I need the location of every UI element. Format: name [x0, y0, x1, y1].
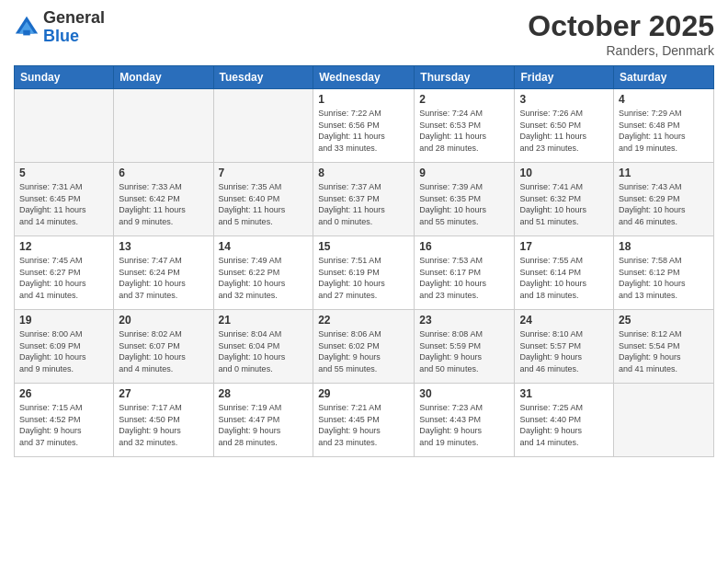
day-info: Sunrise: 7:29 AMSunset: 6:48 PMDaylight:…: [619, 108, 709, 154]
calendar-cell: 20Sunrise: 8:02 AMSunset: 6:07 PMDayligh…: [114, 310, 213, 384]
calendar-cell: 10Sunrise: 7:41 AMSunset: 6:32 PMDayligh…: [515, 163, 614, 236]
day-number: 10: [519, 167, 609, 179]
calendar-week-4: 19Sunrise: 8:00 AMSunset: 6:09 PMDayligh…: [15, 310, 714, 384]
calendar-cell: 15Sunrise: 7:51 AMSunset: 6:19 PMDayligh…: [313, 236, 415, 310]
calendar-cell: 9Sunrise: 7:39 AMSunset: 6:35 PMDaylight…: [415, 163, 515, 236]
logo-icon: [14, 15, 40, 40]
calendar-cell: 2Sunrise: 7:24 AMSunset: 6:53 PMDaylight…: [415, 89, 515, 163]
calendar-cell: 17Sunrise: 7:55 AMSunset: 6:14 PMDayligh…: [515, 236, 614, 310]
logo: General Blue: [14, 9, 105, 46]
day-number: 21: [219, 314, 309, 327]
col-thursday: Thursday: [415, 66, 515, 89]
calendar-cell: 29Sunrise: 7:21 AMSunset: 4:45 PMDayligh…: [313, 384, 415, 457]
title-block: October 2025 Randers, Denmark: [528, 9, 714, 58]
calendar-table: Sunday Monday Tuesday Wednesday Thursday…: [14, 65, 714, 457]
col-tuesday: Tuesday: [213, 66, 313, 89]
logo-text: General Blue: [43, 9, 105, 46]
day-number: 22: [318, 314, 409, 327]
col-friday: Friday: [515, 66, 614, 89]
day-number: 15: [318, 240, 409, 253]
calendar-cell: 25Sunrise: 8:12 AMSunset: 5:54 PMDayligh…: [614, 310, 714, 384]
day-info: Sunrise: 7:19 AMSunset: 4:47 PMDaylight:…: [219, 402, 309, 448]
calendar-cell: 18Sunrise: 7:58 AMSunset: 6:12 PMDayligh…: [614, 236, 714, 310]
day-info: Sunrise: 7:49 AMSunset: 6:22 PMDaylight:…: [219, 255, 309, 301]
day-number: 12: [19, 240, 108, 253]
day-info: Sunrise: 7:43 AMSunset: 6:29 PMDaylight:…: [619, 181, 709, 227]
day-info: Sunrise: 8:04 AMSunset: 6:04 PMDaylight:…: [219, 328, 309, 374]
day-info: Sunrise: 8:10 AMSunset: 5:57 PMDaylight:…: [519, 328, 609, 374]
day-number: 7: [219, 167, 309, 179]
day-number: 9: [419, 167, 509, 179]
day-number: 6: [119, 167, 208, 179]
day-number: 5: [19, 167, 108, 179]
day-number: 31: [519, 387, 609, 400]
calendar-cell: 4Sunrise: 7:29 AMSunset: 6:48 PMDaylight…: [614, 89, 714, 163]
col-sunday: Sunday: [15, 66, 114, 89]
calendar-cell: 26Sunrise: 7:15 AMSunset: 4:52 PMDayligh…: [15, 384, 114, 457]
calendar-cell: [15, 89, 114, 163]
day-info: Sunrise: 7:51 AMSunset: 6:19 PMDaylight:…: [318, 255, 409, 301]
day-info: Sunrise: 8:02 AMSunset: 6:07 PMDaylight:…: [119, 328, 208, 374]
logo-general: General: [43, 9, 105, 28]
logo-blue: Blue: [43, 28, 105, 46]
day-info: Sunrise: 8:12 AMSunset: 5:54 PMDaylight:…: [619, 328, 709, 374]
day-number: 30: [419, 387, 509, 400]
day-number: 18: [619, 240, 709, 253]
day-number: 17: [519, 240, 609, 253]
header-row: Sunday Monday Tuesday Wednesday Thursday…: [15, 66, 714, 89]
calendar-week-3: 12Sunrise: 7:45 AMSunset: 6:27 PMDayligh…: [15, 236, 714, 310]
day-info: Sunrise: 7:24 AMSunset: 6:53 PMDaylight:…: [419, 108, 509, 154]
day-info: Sunrise: 7:53 AMSunset: 6:17 PMDaylight:…: [419, 255, 509, 301]
calendar-cell: 3Sunrise: 7:26 AMSunset: 6:50 PMDaylight…: [515, 89, 614, 163]
calendar-cell: 31Sunrise: 7:25 AMSunset: 4:40 PMDayligh…: [515, 384, 614, 457]
calendar-cell: 27Sunrise: 7:17 AMSunset: 4:50 PMDayligh…: [114, 384, 213, 457]
calendar-cell: [614, 384, 714, 457]
day-info: Sunrise: 7:25 AMSunset: 4:40 PMDaylight:…: [519, 402, 609, 448]
calendar-cell: 1Sunrise: 7:22 AMSunset: 6:56 PMDaylight…: [313, 89, 415, 163]
calendar-cell: 13Sunrise: 7:47 AMSunset: 6:24 PMDayligh…: [114, 236, 213, 310]
day-number: 8: [318, 167, 409, 179]
day-info: Sunrise: 8:08 AMSunset: 5:59 PMDaylight:…: [419, 328, 509, 374]
header: General Blue October 2025 Randers, Denma…: [14, 9, 714, 58]
calendar-cell: [213, 89, 313, 163]
day-info: Sunrise: 7:26 AMSunset: 6:50 PMDaylight:…: [519, 108, 609, 154]
calendar-cell: 11Sunrise: 7:43 AMSunset: 6:29 PMDayligh…: [614, 163, 714, 236]
calendar-cell: 7Sunrise: 7:35 AMSunset: 6:40 PMDaylight…: [213, 163, 313, 236]
day-number: 25: [619, 314, 709, 327]
day-number: 16: [419, 240, 509, 253]
day-number: 24: [519, 314, 609, 327]
calendar-cell: [114, 89, 213, 163]
day-number: 23: [419, 314, 509, 327]
day-number: 19: [19, 314, 108, 327]
calendar-cell: 12Sunrise: 7:45 AMSunset: 6:27 PMDayligh…: [15, 236, 114, 310]
day-info: Sunrise: 7:21 AMSunset: 4:45 PMDaylight:…: [318, 402, 409, 448]
day-number: 28: [219, 387, 309, 400]
day-number: 14: [219, 240, 309, 253]
location: Randers, Denmark: [528, 43, 714, 58]
col-monday: Monday: [114, 66, 213, 89]
day-info: Sunrise: 8:00 AMSunset: 6:09 PMDaylight:…: [19, 328, 108, 374]
day-number: 13: [119, 240, 208, 253]
day-info: Sunrise: 7:35 AMSunset: 6:40 PMDaylight:…: [219, 181, 309, 227]
day-info: Sunrise: 7:45 AMSunset: 6:27 PMDaylight:…: [19, 255, 108, 301]
col-wednesday: Wednesday: [313, 66, 415, 89]
calendar-cell: 16Sunrise: 7:53 AMSunset: 6:17 PMDayligh…: [415, 236, 515, 310]
month-title: October 2025: [528, 9, 714, 43]
calendar-cell: 5Sunrise: 7:31 AMSunset: 6:45 PMDaylight…: [15, 163, 114, 236]
svg-rect-2: [23, 30, 29, 36]
day-info: Sunrise: 7:37 AMSunset: 6:37 PMDaylight:…: [318, 181, 409, 227]
day-info: Sunrise: 7:23 AMSunset: 4:43 PMDaylight:…: [419, 402, 509, 448]
calendar-cell: 23Sunrise: 8:08 AMSunset: 5:59 PMDayligh…: [415, 310, 515, 384]
day-info: Sunrise: 7:15 AMSunset: 4:52 PMDaylight:…: [19, 402, 108, 448]
calendar-cell: 21Sunrise: 8:04 AMSunset: 6:04 PMDayligh…: [213, 310, 313, 384]
calendar-week-1: 1Sunrise: 7:22 AMSunset: 6:56 PMDaylight…: [15, 89, 714, 163]
day-number: 27: [119, 387, 208, 400]
calendar-cell: 28Sunrise: 7:19 AMSunset: 4:47 PMDayligh…: [213, 384, 313, 457]
day-number: 3: [519, 93, 609, 106]
col-saturday: Saturday: [614, 66, 714, 89]
day-number: 2: [419, 93, 509, 106]
calendar-cell: 30Sunrise: 7:23 AMSunset: 4:43 PMDayligh…: [415, 384, 515, 457]
calendar-cell: 19Sunrise: 8:00 AMSunset: 6:09 PMDayligh…: [15, 310, 114, 384]
calendar-week-5: 26Sunrise: 7:15 AMSunset: 4:52 PMDayligh…: [15, 384, 714, 457]
day-number: 20: [119, 314, 208, 327]
